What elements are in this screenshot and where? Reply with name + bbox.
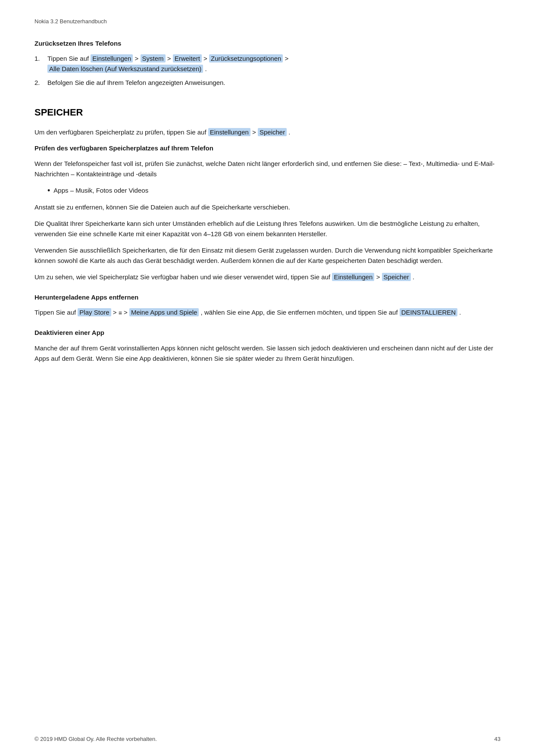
speicher-heading: SPEICHER: [34, 105, 501, 119]
copyright-text: © 2019 HMD Global Oy. Alle Rechte vorbeh…: [34, 735, 157, 744]
step2-text: Befolgen Sie die auf Ihrem Telefon angez…: [47, 78, 225, 88]
highlight-speicher-2: Speicher: [382, 273, 411, 281]
step-1: 1. Tippen Sie auf Einstellungen > System…: [34, 53, 501, 74]
para2: Anstatt sie zu entfernen, können Sie die…: [34, 202, 501, 212]
highlight-deinstallieren: DEINSTALLIEREN: [400, 308, 457, 316]
para5: Um zu sehen, wie viel Speicherplatz Sie …: [34, 272, 501, 282]
reset-steps: 1. Tippen Sie auf Einstellungen > System…: [34, 53, 501, 88]
highlight-zurueck: Zurücksetzungsoptionen: [209, 54, 283, 62]
prufen-heading: Prüfen des verfügbaren Speicherplatzes a…: [34, 144, 501, 153]
speicher-section: SPEICHER Um den verfügbaren Speicherplat…: [34, 105, 501, 364]
highlight-erweitert: Erweitert: [173, 54, 202, 62]
reset-heading: Zurücksetzen Ihres Telefons: [34, 39, 501, 49]
prufen-para1: Wenn der Telefonspeicher fast voll ist, …: [34, 159, 501, 179]
herunter-para: Tippen Sie auf Play Store > ≡ > Meine Ap…: [34, 307, 501, 318]
bullet-list: Apps – Musik, Fotos oder Videos: [34, 185, 501, 196]
step1-text: Tippen Sie auf: [47, 55, 89, 62]
page-number: 43: [494, 735, 501, 744]
highlight-speicher-1: Speicher: [258, 128, 287, 136]
menu-icon: ≡: [119, 308, 122, 318]
deaktiv-para: Manche der auf Ihrem Gerät vorinstallier…: [34, 343, 501, 364]
bullet-item-1: Apps – Musik, Fotos oder Videos: [47, 185, 501, 196]
highlight-system: System: [141, 54, 166, 62]
highlight-playstore: Play Store: [78, 308, 111, 316]
step-2: 2. Befolgen Sie die auf Ihrem Telefon an…: [34, 78, 501, 88]
highlight-einstellungen: Einstellungen: [91, 54, 133, 62]
deaktiv-heading: Deaktivieren einer App: [34, 328, 501, 338]
para3: Die Qualität Ihrer Speicherkarte kann si…: [34, 219, 501, 239]
prufen-subsection: Prüfen des verfügbaren Speicherplatzes a…: [34, 144, 501, 282]
speicher-intro: Um den verfügbaren Speicherplatz zu prüf…: [34, 127, 501, 137]
header-text: Nokia 3.2 Benutzerhandbuch: [34, 18, 107, 25]
highlight-meineapps: Meine Apps und Spiele: [129, 308, 199, 316]
herunter-subsection: Heruntergeladene Apps entfernen Tippen S…: [34, 293, 501, 318]
document-header: Nokia 3.2 Benutzerhandbuch: [34, 17, 501, 26]
herunter-heading: Heruntergeladene Apps entfernen: [34, 293, 501, 303]
highlight-einstellungen-2: Einstellungen: [208, 128, 250, 136]
page-footer: © 2019 HMD Global Oy. Alle Rechte vorbeh…: [34, 735, 501, 744]
deaktiv-subsection: Deaktivieren einer App Manche der auf Ih…: [34, 328, 501, 364]
highlight-einstellungen-3: Einstellungen: [332, 273, 374, 281]
reset-section: Zurücksetzen Ihres Telefons 1. Tippen Si…: [34, 39, 501, 88]
highlight-alledaten: Alle Daten löschen (Auf Werkszustand zur…: [47, 65, 203, 73]
para4: Verwenden Sie ausschließlich Speicherkar…: [34, 245, 501, 266]
